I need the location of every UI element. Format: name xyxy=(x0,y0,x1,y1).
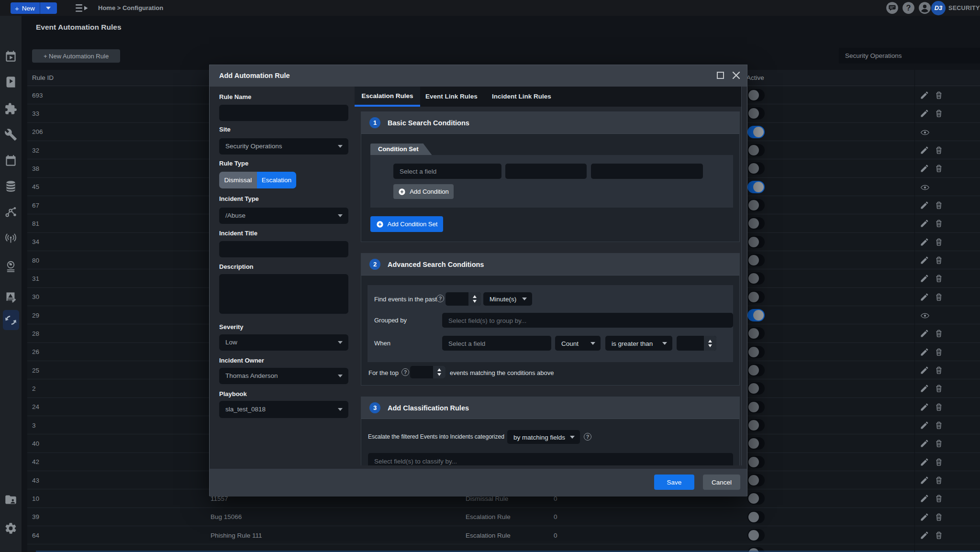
find-events-help-icon[interactable]: ? xyxy=(436,295,444,302)
find-events-number-input[interactable] xyxy=(445,292,481,306)
web-icon[interactable] xyxy=(4,260,17,273)
delete-icon[interactable] xyxy=(934,365,944,375)
settings-gear-icon[interactable] xyxy=(4,522,17,535)
active-toggle[interactable] xyxy=(747,291,765,303)
edit-icon[interactable] xyxy=(920,457,929,467)
active-toggle[interactable] xyxy=(747,511,765,523)
data-icon[interactable] xyxy=(4,180,17,193)
edit-icon[interactable] xyxy=(920,145,929,155)
active-toggle[interactable] xyxy=(747,272,765,285)
active-toggle[interactable] xyxy=(747,456,765,468)
delete-icon[interactable] xyxy=(934,164,944,173)
column-header-rule-id[interactable]: Rule ID xyxy=(32,70,54,86)
integrations-icon[interactable] xyxy=(4,102,17,115)
active-toggle[interactable] xyxy=(747,199,765,211)
view-icon[interactable] xyxy=(920,184,930,191)
edit-icon[interactable] xyxy=(920,109,929,118)
breadcrumb[interactable]: Home > Configuration xyxy=(98,0,163,16)
broadcast-icon[interactable] xyxy=(4,231,17,244)
active-toggle[interactable] xyxy=(747,236,765,248)
edit-icon[interactable] xyxy=(920,530,929,540)
close-icon[interactable] xyxy=(732,71,740,79)
link-analysis-icon[interactable] xyxy=(4,206,17,219)
active-toggle[interactable] xyxy=(747,107,765,120)
incident-owner-select[interactable]: Thomas Anderson xyxy=(219,368,348,384)
delete-icon[interactable] xyxy=(934,109,944,118)
dismissal-option[interactable]: Dismissal xyxy=(219,172,257,188)
edit-icon[interactable] xyxy=(920,384,929,393)
delete-icon[interactable] xyxy=(934,200,944,210)
delete-icon[interactable] xyxy=(934,420,944,430)
calendar-play-icon[interactable] xyxy=(4,50,17,63)
active-toggle[interactable] xyxy=(747,474,765,486)
add-condition-button[interactable]: Add Condition xyxy=(393,184,454,199)
edit-icon[interactable] xyxy=(920,274,929,283)
edit-icon[interactable] xyxy=(920,200,929,210)
case-folder-icon[interactable] xyxy=(4,493,17,506)
classification-help-icon[interactable]: ? xyxy=(584,433,591,441)
severity-select[interactable]: Low xyxy=(219,334,348,351)
playbook-icon[interactable] xyxy=(4,76,17,88)
cancel-button[interactable]: Cancel xyxy=(703,475,740,490)
utilities-icon[interactable] xyxy=(4,128,17,141)
column-header-active[interactable]: Active xyxy=(746,70,764,86)
edit-icon[interactable] xyxy=(920,329,929,338)
tab-escalation-rules[interactable]: Escalation Rules xyxy=(355,87,420,105)
edit-icon[interactable] xyxy=(920,365,929,375)
delete-icon[interactable] xyxy=(934,255,944,265)
operator-select[interactable]: is greater than xyxy=(605,336,672,351)
delete-icon[interactable] xyxy=(934,530,944,540)
delete-icon[interactable] xyxy=(934,457,944,467)
time-unit-select[interactable]: Minute(s) xyxy=(483,292,532,306)
active-toggle[interactable] xyxy=(747,144,765,156)
save-button[interactable]: Save xyxy=(654,475,694,490)
edit-icon[interactable] xyxy=(920,164,929,173)
site-filter-dropdown[interactable]: Security Operations xyxy=(839,48,980,64)
view-icon[interactable] xyxy=(920,312,930,319)
condition-set-tab[interactable]: Condition Set xyxy=(370,144,432,155)
user-icon[interactable] xyxy=(918,1,931,14)
active-toggle[interactable] xyxy=(747,401,765,413)
delete-icon[interactable] xyxy=(934,237,944,247)
active-toggle[interactable] xyxy=(747,382,765,395)
edit-icon[interactable] xyxy=(920,90,929,100)
active-toggle[interactable] xyxy=(747,126,765,138)
active-toggle[interactable] xyxy=(747,437,765,450)
edit-icon[interactable] xyxy=(920,255,929,265)
active-toggle[interactable] xyxy=(747,89,765,101)
description-textarea[interactable] xyxy=(219,274,348,314)
view-icon[interactable] xyxy=(920,129,930,136)
incident-title-input[interactable] xyxy=(219,241,348,257)
menu-expand-icon[interactable] xyxy=(76,4,89,12)
delete-icon[interactable] xyxy=(934,145,944,155)
grouped-by-input[interactable]: Select field(s) to group by... xyxy=(442,313,733,328)
edit-icon[interactable] xyxy=(920,420,929,430)
site-select[interactable]: Security Operations xyxy=(219,138,348,155)
active-toggle[interactable] xyxy=(747,217,765,230)
active-toggle[interactable] xyxy=(747,419,765,431)
active-toggle[interactable] xyxy=(747,529,765,541)
chat-icon[interactable] xyxy=(886,1,899,14)
new-automation-rule-button[interactable]: + New Automation Rule xyxy=(32,49,120,63)
active-toggle[interactable] xyxy=(747,364,765,376)
edit-icon[interactable] xyxy=(920,475,929,485)
delete-icon[interactable] xyxy=(934,512,944,522)
automation-icon[interactable] xyxy=(4,314,17,327)
maximize-icon[interactable] xyxy=(717,72,724,79)
active-toggle[interactable] xyxy=(747,181,765,193)
edit-icon[interactable] xyxy=(920,512,929,522)
active-toggle[interactable] xyxy=(747,254,765,266)
condition-operator-select[interactable] xyxy=(505,164,587,179)
tab-event-link-rules[interactable]: Event Link Rules xyxy=(425,87,478,107)
delete-icon[interactable] xyxy=(934,347,944,357)
active-toggle[interactable] xyxy=(747,309,765,321)
edit-icon[interactable] xyxy=(920,494,929,503)
tab-incident-link-rules[interactable]: Incident Link Rules xyxy=(492,87,551,107)
delete-icon[interactable] xyxy=(934,384,944,393)
report-icon[interactable] xyxy=(4,291,17,304)
condition-field-select[interactable]: Select a field xyxy=(393,164,501,179)
delete-icon[interactable] xyxy=(934,439,944,448)
playbook-select[interactable]: sla_test_0818 xyxy=(219,401,348,418)
classify-fields-input[interactable]: Select field(s) to classify by... xyxy=(368,453,733,465)
active-toggle[interactable] xyxy=(747,162,765,175)
